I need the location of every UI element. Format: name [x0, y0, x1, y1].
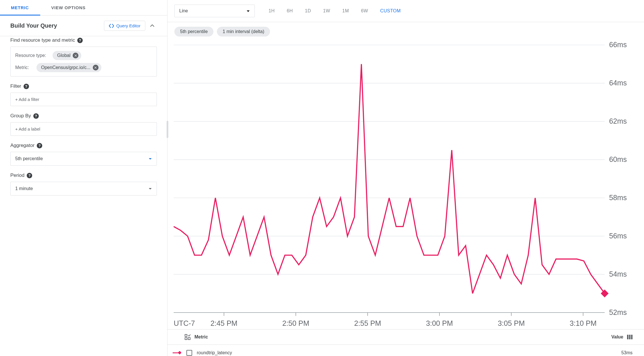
collapse-toggle[interactable] — [148, 21, 157, 30]
filter-block: Filter ? + Add a filter — [10, 83, 157, 106]
columns-icon[interactable] — [627, 334, 633, 340]
svg-rect-36 — [631, 335, 633, 339]
legend-metric-header[interactable]: Metric — [194, 334, 208, 340]
svg-text:54ms: 54ms — [609, 270, 627, 278]
right-panel: Line 1H 6H 1D 1W 1M 6W CUSTOM 5th percen… — [167, 0, 644, 356]
close-icon[interactable]: ✕ — [93, 65, 99, 70]
svg-rect-31 — [185, 334, 187, 336]
line-chart: 52ms54ms56ms58ms60ms62ms64ms66msUTC-72:4… — [170, 39, 633, 329]
svg-rect-35 — [629, 335, 630, 339]
tab-view-options[interactable]: VIEW OPTIONS — [40, 0, 97, 15]
time-range-group: 1H 6H 1D 1W 1M 6W CUSTOM — [264, 5, 637, 16]
svg-text:52ms: 52ms — [609, 308, 627, 316]
time-range-6w[interactable]: 6W — [356, 5, 373, 16]
query-editor-label: Query Editor — [116, 23, 140, 28]
left-panel: METRIC VIEW OPTIONS Build Your Query Que… — [0, 0, 167, 356]
svg-text:60ms: 60ms — [609, 155, 627, 163]
help-icon[interactable]: ? — [37, 143, 42, 148]
period-value: 1 minute — [15, 186, 33, 191]
svg-rect-38 — [178, 351, 181, 355]
query-form: Find resource type and metric ? Resource… — [0, 36, 167, 208]
time-range-1d[interactable]: 1D — [300, 5, 316, 16]
legend-row[interactable]: roundtrip_latency 53ms — [167, 345, 644, 356]
resource-type-label: Resource type: — [15, 53, 50, 58]
metric-value: OpenCensus/grpc.io/c... — [41, 65, 90, 70]
resource-type-value: Global — [57, 53, 70, 58]
svg-text:3:10 PM: 3:10 PM — [570, 319, 597, 327]
svg-text:3:00 PM: 3:00 PM — [426, 319, 453, 327]
resource-metric-box[interactable]: Resource type: Global ✕ Metric: OpenCens… — [10, 47, 157, 76]
tabs: METRIC VIEW OPTIONS — [0, 0, 167, 16]
aggregator-value: 5th percentile — [15, 156, 43, 161]
filter-label: Filter — [10, 83, 21, 89]
metric-label: Metric: — [15, 65, 34, 70]
series-value: 53ms — [621, 350, 633, 355]
period-label: Period — [10, 173, 24, 178]
time-range-6h[interactable]: 6H — [282, 5, 297, 16]
chart-area[interactable]: 52ms54ms56ms58ms60ms62ms64ms66msUTC-72:4… — [167, 37, 644, 329]
dashboard-icon[interactable] — [185, 334, 190, 340]
svg-rect-30 — [601, 290, 608, 297]
chevron-up-icon — [150, 24, 155, 28]
dropdown-arrow-icon — [149, 186, 152, 191]
svg-rect-34 — [627, 335, 628, 339]
percentile-chip: 5th percentile — [174, 27, 213, 37]
metric-chip[interactable]: OpenCensus/grpc.io/c... ✕ — [36, 63, 101, 72]
aggregator-block: Aggregator ? 5th percentile — [10, 143, 157, 166]
query-editor-button[interactable]: Query Editor — [104, 21, 145, 31]
info-chips: 5th percentile 1 min interval (delta) — [167, 22, 644, 37]
series-name: roundtrip_latency — [197, 350, 232, 355]
aggregator-select[interactable]: 5th percentile — [10, 152, 157, 166]
svg-text:66ms: 66ms — [609, 41, 627, 49]
dropdown-arrow-icon — [149, 156, 152, 161]
help-icon[interactable]: ? — [33, 113, 39, 119]
time-range-1h[interactable]: 1H — [264, 5, 279, 16]
series-checkbox[interactable] — [186, 350, 192, 356]
svg-rect-32 — [188, 338, 190, 340]
period-select[interactable]: 1 minute — [10, 182, 157, 196]
find-metric-block: Find resource type and metric ? Resource… — [10, 37, 157, 76]
time-range-custom[interactable]: CUSTOM — [375, 5, 405, 16]
group-by-block: Group By ? + Add a label — [10, 113, 157, 136]
legend-value-header[interactable]: Value — [611, 334, 623, 340]
build-query-title: Build Your Query — [10, 22, 57, 29]
time-range-1m[interactable]: 1M — [338, 5, 354, 16]
legend-header: Metric Value — [167, 329, 644, 345]
group-by-input[interactable]: + Add a label — [10, 122, 157, 136]
filter-input[interactable]: + Add a filter — [10, 93, 157, 106]
svg-text:2:55 PM: 2:55 PM — [354, 319, 381, 327]
dropdown-arrow-icon — [246, 8, 250, 14]
divider-handle[interactable] — [167, 121, 168, 138]
close-icon[interactable]: ✕ — [73, 53, 78, 58]
resource-type-chip[interactable]: Global ✕ — [53, 51, 81, 60]
series-marker-icon — [173, 351, 181, 355]
svg-text:58ms: 58ms — [609, 194, 627, 202]
svg-text:3:05 PM: 3:05 PM — [498, 319, 525, 327]
svg-text:64ms: 64ms — [609, 79, 627, 87]
chart-type-select[interactable]: Line — [174, 5, 255, 17]
chart-toolbar: Line 1H 6H 1D 1W 1M 6W CUSTOM — [167, 0, 644, 22]
svg-text:2:45 PM: 2:45 PM — [211, 319, 238, 327]
build-query-section: Build Your Query Query Editor — [0, 16, 167, 36]
svg-text:UTC-7: UTC-7 — [174, 319, 195, 327]
svg-text:62ms: 62ms — [609, 117, 627, 125]
time-range-1w[interactable]: 1W — [319, 5, 335, 16]
chart-type-value: Line — [179, 8, 188, 14]
help-icon[interactable]: ? — [77, 38, 83, 43]
period-block: Period ? 1 minute — [10, 173, 157, 196]
svg-rect-33 — [185, 338, 187, 340]
interval-chip: 1 min interval (delta) — [217, 27, 270, 37]
svg-text:2:50 PM: 2:50 PM — [282, 319, 309, 327]
find-metric-label: Find resource type and metric — [10, 37, 75, 43]
tab-metric[interactable]: METRIC — [0, 0, 40, 15]
group-by-label: Group By — [10, 113, 31, 119]
help-icon[interactable]: ? — [27, 173, 32, 178]
svg-text:56ms: 56ms — [609, 232, 627, 240]
help-icon[interactable]: ? — [24, 84, 29, 89]
code-icon — [109, 24, 114, 28]
aggregator-label: Aggregator — [10, 143, 34, 148]
